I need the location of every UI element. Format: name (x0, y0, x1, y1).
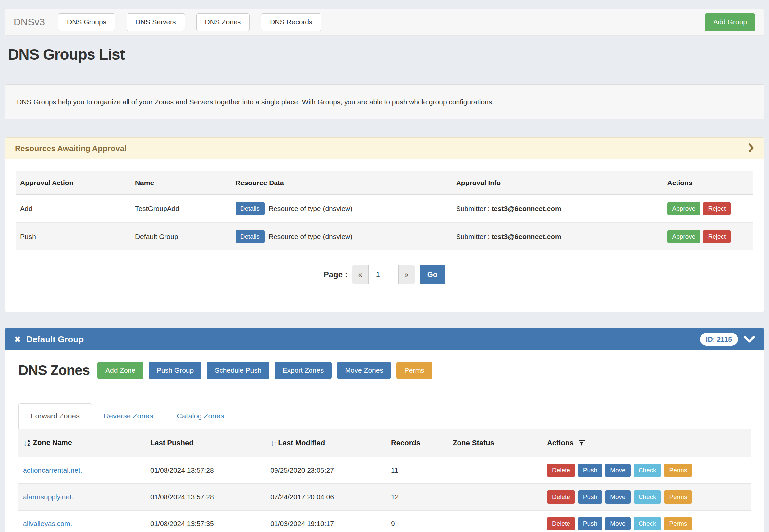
resource-data-cell: DetailsResource of type (dnsview) (236, 223, 456, 251)
prev-page-button[interactable]: « (352, 265, 368, 284)
perms-button[interactable]: Perms (664, 490, 692, 504)
col-zone-name[interactable]: Zone Name (33, 438, 72, 447)
group-id-badge: ID: 2115 (700, 333, 738, 346)
tab-reverse-zones[interactable]: Reverse Zones (92, 403, 165, 429)
perms-button[interactable]: Perms (664, 464, 692, 477)
approval-table: Approval Action Name Resource Data Appro… (16, 171, 753, 250)
col-zone-name-wrap: ↓AZ Zone Name (18, 429, 150, 457)
dns-zones-title: DNS Zones (18, 362, 89, 378)
next-page-button[interactable]: » (399, 265, 415, 284)
chevron-down-icon[interactable] (743, 336, 755, 343)
tab-forward-zones[interactable]: Forward Zones (18, 403, 92, 429)
nav-dns-zones-button[interactable]: DNS Zones (196, 13, 250, 31)
approval-info-cell: Submitter : test3@6connect.com (456, 223, 667, 251)
perms-button[interactable]: Perms (396, 362, 432, 379)
filter-icon[interactable] (579, 440, 585, 447)
resource-data-text: Resource of type (dnsview) (269, 233, 352, 241)
check-button[interactable]: Check (634, 464, 661, 477)
zone-link[interactable]: alarmsupply.net. (23, 493, 74, 501)
zone-row: actioncarrental.net.01/08/2024 13:57:280… (18, 457, 751, 484)
col-zone-actions: Actions (547, 439, 574, 447)
zone-status-cell (452, 511, 547, 532)
last-modified-cell: 07/24/2017 20:04:06 (270, 484, 391, 511)
col-actions: Actions (667, 171, 753, 195)
zone-status-cell (452, 457, 547, 484)
approval-panel-title: Resources Awaiting Approval (15, 144, 126, 153)
last-pushed-cell: 01/08/2024 13:57:28 (150, 484, 270, 511)
push-button[interactable]: Push (578, 464, 602, 477)
reject-button[interactable]: Reject (703, 230, 731, 243)
resource-data-text: Resource of type (dnsview) (269, 205, 352, 213)
close-icon[interactable]: ✖ (14, 335, 21, 344)
col-last-modified-wrap: ↓↑ Last Modified (270, 429, 391, 457)
last-pushed-cell: 01/08/2024 13:57:28 (150, 457, 270, 484)
records-cell: 11 (391, 457, 452, 484)
nav-dns-groups-button[interactable]: DNS Groups (58, 13, 115, 31)
delete-button[interactable]: Delete (547, 464, 575, 477)
schedule-push-button[interactable]: Schedule Push (207, 362, 269, 379)
move-zones-button[interactable]: Move Zones (337, 362, 391, 379)
approval-actions-cell: ApproveReject (667, 223, 753, 251)
zone-name-cell: actioncarrental.net. (18, 457, 150, 484)
page: DNSv3 DNS Groups DNS Servers DNS Zones D… (0, 0, 769, 532)
add-group-button[interactable]: Add Group (705, 13, 755, 31)
zones-table: ↓AZ Zone Name Last Pushed ↓↑ Last Modifi… (18, 429, 751, 532)
col-zone-status: Zone Status (452, 429, 547, 457)
check-button[interactable]: Check (634, 490, 661, 504)
nav-dns-records-button[interactable]: DNS Records (261, 13, 321, 31)
group-panel-title: Default Group (26, 334, 84, 345)
push-button[interactable]: Push (578, 490, 602, 504)
move-button[interactable]: Move (605, 490, 630, 504)
submitter-label: Submitter : (456, 205, 491, 212)
perms-button[interactable]: Perms (664, 517, 692, 530)
col-resource-data: Resource Data (236, 171, 456, 195)
go-button[interactable]: Go (419, 265, 446, 284)
nav-dns-servers-button[interactable]: DNS Servers (126, 13, 185, 31)
page-number-input[interactable] (368, 265, 399, 284)
page-description: DNS Groups help you to organize all of y… (5, 84, 764, 119)
add-zone-button[interactable]: Add Zone (97, 362, 143, 379)
push-button[interactable]: Push (578, 517, 602, 530)
sort-updown-icon[interactable]: ↓↑ (270, 438, 276, 448)
delete-button[interactable]: Delete (547, 490, 575, 504)
details-button[interactable]: Details (236, 230, 265, 243)
submitter-label: Submitter : (456, 233, 491, 240)
reject-button[interactable]: Reject (703, 202, 731, 215)
zone-row: allvalleyas.com.01/08/2024 13:57:3501/03… (18, 511, 751, 532)
approval-name-cell: TestGroupAdd (135, 195, 236, 223)
push-group-button[interactable]: Push Group (149, 362, 202, 379)
col-name: Name (135, 171, 236, 195)
zone-link[interactable]: allvalleyas.com. (23, 520, 72, 527)
page-title: DNS Groups List (8, 46, 761, 63)
approve-button[interactable]: Approve (667, 230, 701, 243)
submitter-email: test3@6connect.com (491, 205, 561, 212)
resource-data-wrap: DetailsResource of type (dnsview) (236, 202, 453, 215)
col-last-modified[interactable]: Last Modified (278, 439, 325, 447)
approval-info-cell: Submitter : test3@6connect.com (456, 195, 667, 223)
approve-button[interactable]: Approve (667, 202, 701, 215)
move-button[interactable]: Move (605, 464, 630, 477)
approval-panel-body: Approval Action Name Resource Data Appro… (5, 159, 764, 312)
col-approval-info: Approval Info (456, 171, 667, 195)
zone-actions-cell: DeletePushMoveCheckPerms (547, 511, 751, 532)
records-cell: 12 (391, 484, 452, 511)
zone-actions-cell: DeletePushMoveCheckPerms (547, 484, 751, 511)
check-button[interactable]: Check (634, 517, 661, 530)
last-pushed-cell: 01/08/2024 13:57:35 (150, 511, 270, 532)
sort-alpha-icon[interactable]: ↓AZ (23, 439, 30, 447)
approval-panel-header[interactable]: Resources Awaiting Approval (5, 138, 764, 159)
last-modified-cell: 09/25/2020 23:05:27 (270, 457, 391, 484)
top-navbar: DNSv3 DNS Groups DNS Servers DNS Zones D… (5, 9, 764, 36)
zone-tabs: Forward Zones Reverse Zones Catalog Zone… (18, 403, 751, 429)
delete-button[interactable]: Delete (547, 517, 575, 530)
zone-link[interactable]: actioncarrental.net. (23, 466, 82, 474)
approval-name-cell: Default Group (135, 223, 236, 251)
details-button[interactable]: Details (236, 202, 265, 215)
tab-catalog-zones[interactable]: Catalog Zones (165, 403, 236, 429)
approval-row: PushDefault GroupDetailsResource of type… (16, 223, 753, 251)
export-zones-button[interactable]: Export Zones (275, 362, 332, 379)
group-panel-body: DNS Zones Add Zone Push Group Schedule P… (5, 350, 764, 532)
move-button[interactable]: Move (605, 517, 630, 530)
col-last-pushed[interactable]: Last Pushed (150, 429, 270, 457)
chevron-right-icon[interactable] (748, 143, 754, 154)
